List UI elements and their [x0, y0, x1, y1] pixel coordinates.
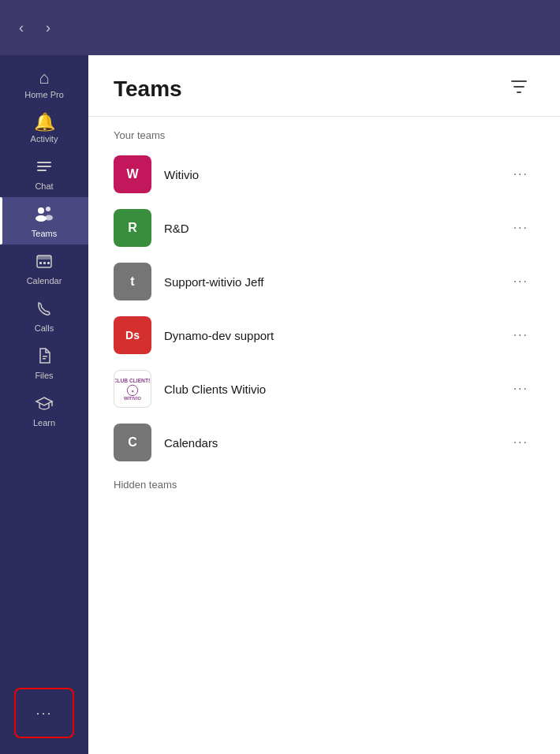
- sidebar-item-home-pro[interactable]: ⌂ Home Pro: [0, 62, 88, 106]
- team-name: Calendars: [164, 436, 507, 450]
- team-name: R&D: [164, 222, 507, 235]
- more-dots-label: ···: [35, 705, 52, 722]
- svg-point-6: [45, 215, 53, 221]
- team-name: Support-witivio Jeff: [164, 275, 507, 289]
- team-name: Dynamo-dev support: [164, 329, 507, 342]
- svg-point-3: [38, 207, 44, 214]
- content-header: Teams: [88, 55, 560, 117]
- team-more-button[interactable]: ···: [507, 164, 535, 185]
- sidebar-item-files[interactable]: Files: [0, 339, 88, 386]
- team-avatar: W: [114, 155, 151, 193]
- svg-rect-1: [37, 166, 51, 167]
- svg-rect-11: [47, 262, 50, 264]
- filter-icon: [510, 77, 528, 96]
- sidebar-item-chat[interactable]: Chat: [0, 150, 88, 197]
- content-area: Teams Your teams W Witivio ···: [88, 55, 560, 754]
- team-avatar: R: [114, 209, 151, 247]
- sidebar-item-label: Calendar: [27, 276, 62, 286]
- team-name: Witivio: [164, 168, 507, 181]
- team-avatar: C: [114, 424, 151, 461]
- svg-rect-10: [43, 262, 46, 264]
- sidebar: ⌂ Home Pro 🔔 Activity Chat: [0, 55, 88, 754]
- team-item[interactable]: t Support-witivio Jeff ···: [107, 255, 541, 308]
- svg-rect-9: [39, 262, 42, 264]
- teams-list: Your teams W Witivio ··· R R&D ···: [88, 117, 560, 754]
- sidebar-item-activity[interactable]: 🔔 Activity: [0, 106, 88, 150]
- team-item[interactable]: R R&D ···: [107, 201, 541, 255]
- filter-button[interactable]: [503, 74, 535, 103]
- svg-text:WITIVIO: WITIVIO: [124, 396, 141, 401]
- team-item[interactable]: CLUB CLIENTS ✦ WITIVIO Club Clients Witi…: [107, 362, 541, 416]
- chat-icon: [35, 158, 53, 178]
- sidebar-item-label: Learn: [33, 418, 55, 427]
- page-title: Teams: [114, 77, 182, 102]
- sidebar-item-teams[interactable]: Teams: [0, 197, 88, 244]
- files-icon: [35, 347, 53, 368]
- more-button[interactable]: ···: [14, 688, 74, 738]
- team-more-button[interactable]: ···: [507, 325, 535, 345]
- sidebar-item-label: Files: [35, 371, 53, 380]
- main-layout: ⌂ Home Pro 🔔 Activity Chat: [0, 55, 560, 754]
- svg-rect-12: [43, 356, 47, 357]
- forward-button[interactable]: ›: [39, 17, 57, 39]
- sidebar-item-label: Calls: [35, 323, 54, 333]
- team-item[interactable]: C Calendars ···: [107, 416, 541, 469]
- svg-text:CLUB CLIENTS: CLUB CLIENTS: [115, 378, 150, 383]
- sidebar-item-label: Teams: [32, 229, 57, 238]
- sidebar-item-learn[interactable]: Learn: [0, 386, 88, 434]
- team-more-button[interactable]: ···: [507, 271, 535, 292]
- sidebar-item-calendar[interactable]: Calendar: [0, 244, 88, 292]
- team-item[interactable]: Ds Dynamo-dev support ···: [107, 308, 541, 362]
- home-icon: ⌂: [39, 69, 49, 87]
- sidebar-item-label: Activity: [31, 134, 58, 144]
- team-more-button[interactable]: ···: [507, 218, 535, 238]
- bell-icon: 🔔: [34, 114, 55, 131]
- svg-rect-2: [37, 170, 47, 171]
- back-button[interactable]: ‹: [13, 17, 30, 39]
- teams-icon: [35, 205, 54, 226]
- team-avatar: Ds: [114, 316, 151, 354]
- learn-icon: [35, 394, 54, 415]
- team-avatar: t: [114, 263, 151, 300]
- team-avatar: CLUB CLIENTS ✦ WITIVIO: [114, 370, 151, 408]
- sidebar-item-label: Home Pro: [24, 90, 64, 99]
- calls-icon: [35, 300, 53, 320]
- svg-rect-8: [37, 256, 51, 259]
- svg-point-5: [35, 215, 47, 222]
- team-more-button[interactable]: ···: [507, 379, 535, 399]
- sidebar-item-calls[interactable]: Calls: [0, 292, 88, 339]
- calendar-icon: [35, 252, 53, 273]
- team-item[interactable]: W Witivio ···: [107, 147, 541, 201]
- hidden-teams-label: Hidden teams: [107, 469, 541, 494]
- team-more-button[interactable]: ···: [507, 432, 535, 453]
- your-teams-label: Your teams: [107, 129, 541, 141]
- sidebar-item-label: Chat: [35, 181, 53, 191]
- svg-rect-0: [37, 162, 51, 163]
- topbar: ‹ ›: [0, 0, 560, 55]
- svg-point-4: [46, 207, 50, 211]
- team-name: Club Clients Witivio: [164, 383, 507, 396]
- svg-rect-13: [43, 358, 46, 360]
